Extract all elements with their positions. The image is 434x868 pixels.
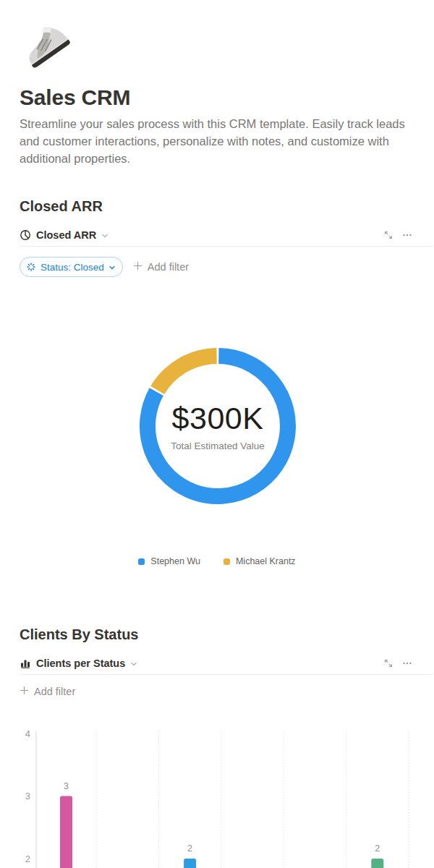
expand-icon[interactable]: [383, 230, 393, 240]
legend-swatch-icon: [138, 558, 145, 565]
status-filter-chip[interactable]: Status: Closed: [20, 257, 123, 277]
plus-icon: [20, 686, 29, 697]
section-heading-closed-arr: Closed ARR: [20, 198, 103, 215]
closed-arr-widget-header: Closed ARR: [20, 224, 433, 247]
clients-widget-header: Clients per Status: [20, 652, 433, 675]
legend-swatch-icon: [224, 558, 230, 565]
status-filter-label: Status: Closed: [41, 262, 104, 273]
add-filter-button[interactable]: Add filter: [133, 261, 189, 273]
status-spinner-icon: [26, 262, 36, 272]
chevron-down-icon: [130, 660, 137, 668]
page-title: Sales CRM: [20, 85, 130, 110]
widget-title: Clients per Status: [36, 658, 125, 669]
legend-item[interactable]: Stephen Wu: [138, 556, 200, 566]
bar-chart-icon: [20, 658, 31, 669]
clients-bar-chart: 432322: [0, 727, 434, 868]
expand-icon[interactable]: [383, 658, 393, 668]
page-icon-sneaker[interactable]: [16, 13, 80, 80]
svg-text:3: 3: [25, 791, 30, 801]
svg-text:2: 2: [187, 843, 192, 854]
more-options-icon[interactable]: [402, 658, 412, 668]
legend-label: Michael Krantz: [236, 556, 296, 566]
legend-label: Stephen Wu: [150, 556, 200, 566]
clients-filter-row: Add filter: [20, 686, 75, 697]
legend-item[interactable]: Michael Krantz: [224, 556, 296, 566]
donut-legend: Stephen WuMichael Krantz: [0, 556, 434, 566]
widget-actions: [383, 658, 433, 668]
widget-title: Closed ARR: [36, 229, 96, 241]
add-filter-button[interactable]: Add filter: [20, 686, 75, 697]
notion-page: Sales CRM Streamline your sales process …: [0, 0, 434, 868]
donut-ring: [124, 332, 312, 520]
plus-icon: [133, 261, 142, 273]
clients-widget-title-button[interactable]: Clients per Status: [20, 658, 137, 669]
svg-text:2: 2: [25, 854, 30, 864]
add-filter-label: Add filter: [148, 261, 189, 273]
chevron-down-icon: [101, 232, 109, 239]
page-description: Streamline your sales process with this …: [20, 115, 418, 167]
section-heading-clients-by-status: Clients By Status: [20, 626, 138, 643]
svg-text:3: 3: [64, 781, 69, 791]
add-filter-label: Add filter: [34, 686, 75, 697]
svg-text:2: 2: [375, 843, 380, 854]
sneaker-icon: [16, 13, 80, 80]
closed-arr-donut: $300K Total Estimated Value: [124, 332, 312, 520]
closed-arr-filter-row: Status: Closed Add filter: [20, 257, 189, 277]
pie-chart-icon: [20, 229, 31, 241]
bar-chart-canvas: 432322: [0, 727, 434, 868]
closed-arr-widget-title-button[interactable]: Closed ARR: [20, 229, 109, 241]
more-options-icon[interactable]: [402, 230, 412, 240]
chevron-down-icon: [109, 264, 116, 271]
svg-text:4: 4: [25, 728, 30, 739]
widget-actions: [383, 230, 433, 240]
